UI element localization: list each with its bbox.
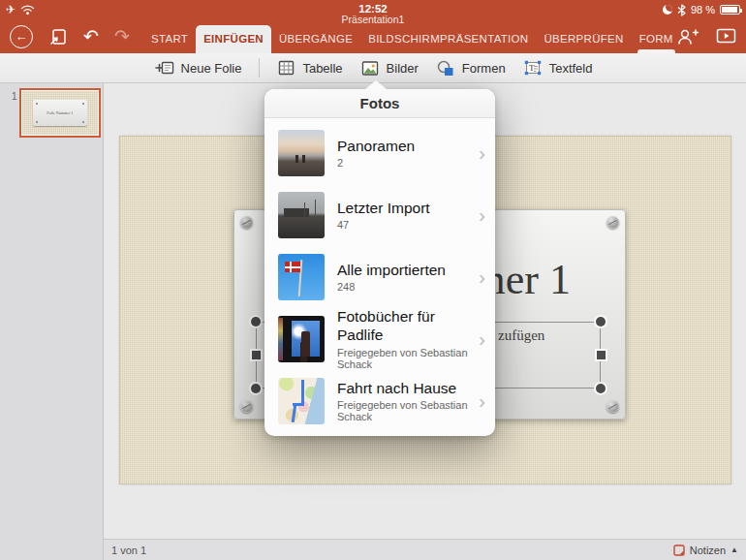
album-title: Fotobücher für Padlife xyxy=(337,308,479,344)
screw-icon xyxy=(606,216,619,229)
album-text: Letzter Import47 xyxy=(337,200,430,232)
tab-bildschirmprsentation[interactable]: BILDSCHIRMPRÄSENTATION xyxy=(360,25,536,53)
album-subtitle: 47 xyxy=(337,219,430,231)
notes-toggle[interactable]: Notizen ▲ xyxy=(673,544,738,556)
share-add-person-icon[interactable] xyxy=(675,27,699,47)
beach-panorama-thumbnail xyxy=(278,130,325,176)
popover-arrow xyxy=(365,80,387,89)
harbor-skyline-thumbnail-detail xyxy=(315,200,317,215)
beach-panorama-thumbnail-detail xyxy=(295,155,298,163)
danish-flag-thumbnail-detail xyxy=(285,262,300,272)
expand-notes-icon: ▲ xyxy=(730,545,738,554)
album-title: Letzter Import xyxy=(337,200,430,218)
nav-right-controls xyxy=(675,19,736,53)
screw-icon xyxy=(606,400,619,413)
harbor-skyline-thumbnail xyxy=(278,192,325,238)
tab-berprfen[interactable]: ÜBERPRÜFEN xyxy=(536,25,631,53)
page-indicator: 1 von 1 xyxy=(111,544,146,556)
album-row[interactable]: Fotobücher für PadlifeFreigegeben von Se… xyxy=(264,308,495,370)
tab-form[interactable]: FORM xyxy=(632,25,681,53)
app-header: ✈ 12:52 98 % xyxy=(0,0,746,53)
album-subtitle: Freigegeben von Sebastian Schack xyxy=(337,399,479,422)
selection-handle-top-right[interactable] xyxy=(596,317,606,327)
textbox-button[interactable]: T Textfeld xyxy=(523,59,593,77)
chevron-right-icon: › xyxy=(479,391,485,411)
danish-flag-thumbnail xyxy=(278,254,325,300)
tab-bergnge[interactable]: ÜBERGÄNGE xyxy=(271,25,360,53)
album-title: Fahrt nach Hause xyxy=(337,380,479,398)
table-icon xyxy=(277,59,295,77)
picture-icon xyxy=(360,60,380,77)
screw-icon xyxy=(240,400,253,413)
photo-album-list: Panoramen2›Letzter Import47›Alle importi… xyxy=(264,118,495,432)
slide-thumbnail-panel: 1 Folie Nummer 1 xyxy=(0,83,104,560)
chevron-right-icon: › xyxy=(479,329,485,349)
notes-icon xyxy=(673,544,685,556)
chevron-right-icon: › xyxy=(479,205,485,225)
table-button[interactable]: Tabelle xyxy=(277,59,342,77)
shapes-icon xyxy=(436,59,455,77)
new-slide-label: Neue Folie xyxy=(181,61,242,76)
album-row[interactable]: Letzter Import47› xyxy=(264,184,495,246)
selection-handle-mid-left[interactable] xyxy=(252,351,261,359)
album-title: Panoramen xyxy=(337,138,415,156)
screw-icon xyxy=(240,216,253,229)
album-text: Fahrt nach HauseFreigegeben von Sebastia… xyxy=(337,380,479,423)
nav-tabs: STARTEINFÜGENÜBERGÄNGEBILDSCHIRMPRÄSENTA… xyxy=(143,19,681,53)
new-slide-icon xyxy=(154,59,174,77)
album-row[interactable]: Alle importierten248› xyxy=(264,246,495,308)
slide-thumbnail-selected[interactable]: Folie Nummer 1 xyxy=(19,88,101,138)
pictures-label: Bilder xyxy=(387,61,419,76)
undo-button[interactable]: ↶ xyxy=(83,27,99,46)
route-map-thumbnail-detail xyxy=(301,380,304,405)
textbox-label: Textfeld xyxy=(549,61,593,76)
route-map-thumbnail xyxy=(278,378,325,424)
nav-bar: ← ↶ ↷ STARTEINFÜGENÜBERGÄNGEBILDSCHIRMPR… xyxy=(0,19,746,53)
shapes-label: Formen xyxy=(462,61,506,76)
file-icon[interactable] xyxy=(48,27,68,47)
photos-popover: Fotos Panoramen2›Letzter Import47›Alle i… xyxy=(264,89,495,436)
redo-button[interactable]: ↷ xyxy=(114,27,130,46)
album-row[interactable]: Panoramen2› xyxy=(264,122,495,184)
back-button[interactable]: ← xyxy=(10,25,33,48)
pictures-button[interactable]: Bilder xyxy=(360,60,419,77)
slide-thumbnail-title: Folie Nummer 1 xyxy=(47,110,74,114)
selection-handle-bottom-left[interactable] xyxy=(251,384,261,393)
slide-thumbnail-canvas: Folie Nummer 1 xyxy=(22,91,98,135)
tab-start[interactable]: START xyxy=(143,25,196,53)
nav-left-controls: ← ↶ ↷ xyxy=(10,19,130,53)
shapes-button[interactable]: Formen xyxy=(436,59,506,77)
album-text: Fotobücher für PadlifeFreigegeben von Se… xyxy=(337,308,479,369)
tower-photobook-thumbnail-detail xyxy=(278,318,283,360)
ribbon-toolbar: Neue Folie Tabelle Bilder xyxy=(0,53,746,83)
chevron-right-icon: › xyxy=(479,143,485,163)
slide-number: 1 xyxy=(12,91,17,102)
powerpoint-ipad-app: ✈ 12:52 98 % xyxy=(0,0,746,560)
popover-title: Fotos xyxy=(264,89,495,118)
notes-label: Notizen xyxy=(690,544,726,556)
route-map-thumbnail-detail xyxy=(292,404,297,422)
chevron-right-icon: › xyxy=(479,267,485,287)
album-title: Alle importierten xyxy=(337,262,446,280)
subtitle-placeholder-text[interactable]: zufügen xyxy=(498,327,544,344)
selection-handle-top-left[interactable] xyxy=(251,317,261,327)
selection-handle-bottom-right[interactable] xyxy=(596,384,606,393)
album-text: Alle importierten248 xyxy=(337,262,446,294)
tab-einfgen[interactable]: EINFÜGEN xyxy=(196,25,271,53)
table-label: Tabelle xyxy=(302,61,342,76)
status-footer: 1 von 1 Notizen ▲ xyxy=(104,539,746,560)
slide-thumbnail-plaque: Folie Nummer 1 xyxy=(33,100,87,126)
present-slideshow-icon[interactable] xyxy=(716,27,736,46)
album-text: Panoramen2 xyxy=(337,138,415,170)
new-slide-button[interactable]: Neue Folie xyxy=(154,59,242,77)
tower-photobook-thumbnail-detail xyxy=(292,321,320,357)
album-subtitle: Freigegeben von Sebastian Schack xyxy=(337,347,479,370)
selection-handle-mid-right[interactable] xyxy=(597,351,606,359)
harbor-skyline-thumbnail-detail xyxy=(284,208,309,217)
textbox-icon: T xyxy=(523,59,543,77)
toolbar-separator xyxy=(259,58,260,78)
tower-photobook-thumbnail xyxy=(278,316,325,362)
album-row[interactable]: Fahrt nach HauseFreigegeben von Sebastia… xyxy=(264,370,495,432)
album-subtitle: 2 xyxy=(337,157,415,169)
album-subtitle: 248 xyxy=(337,281,446,293)
